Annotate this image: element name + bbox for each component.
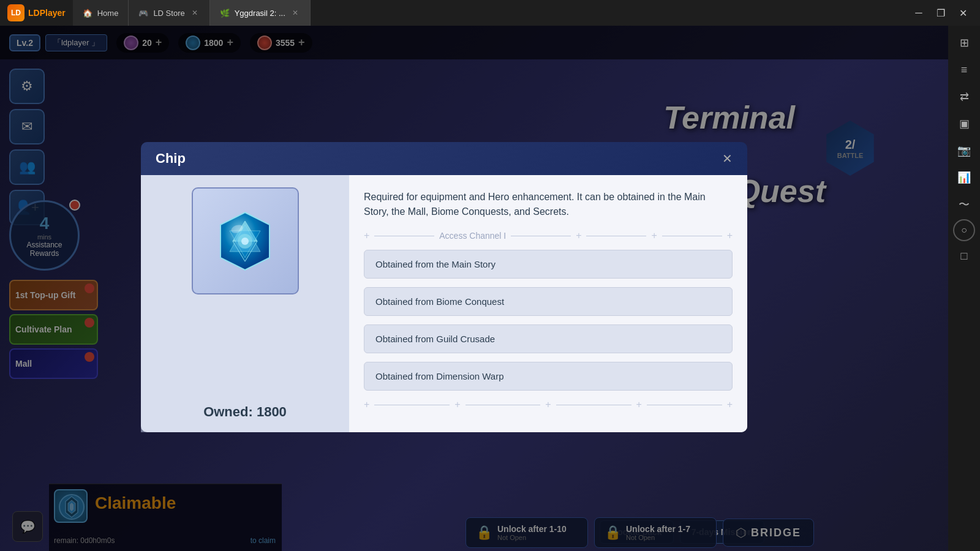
ldstore-tab-label: LD Store xyxy=(153,9,184,18)
chip-body: Owned: 1800 Required for equipment and H… xyxy=(141,175,747,432)
tab-bar: 🏠 Home 🎮 LD Store ✕ 🌿 Yggdrasil 2: ... ✕ xyxy=(73,0,902,26)
source-dimension-warp[interactable]: Obtained from Dimension Warp xyxy=(364,362,733,391)
right-panel: ⊞ ≡ ⇄ ▣ 📷 📊 〜 ○ □ xyxy=(948,26,980,551)
ldstore-tab-close[interactable]: ✕ xyxy=(190,8,200,18)
ac-line-r3 xyxy=(662,236,722,236)
minimize-button[interactable]: ─ xyxy=(909,3,929,23)
logo-icon: LD xyxy=(7,4,24,21)
svg-point-10 xyxy=(241,238,249,245)
ldstore-tab-icon: 🎮 xyxy=(138,9,148,18)
rp-camera-icon[interactable]: 📷 xyxy=(952,138,976,163)
window-controls: ─ ❐ ✕ xyxy=(902,3,980,23)
access-channel-label: Access Channel I xyxy=(439,231,506,241)
game-area: Lv.2 「ldplayer 」 20 + 1800 + 3555 + ⚙ ✉ … xyxy=(0,26,948,551)
source-guild-crusade[interactable]: Obtained from Guild Crusade xyxy=(364,324,733,353)
tab-ldstore[interactable]: 🎮 LD Store ✕ xyxy=(129,0,209,26)
yggdrasil-tab-close[interactable]: ✕ xyxy=(290,8,300,18)
rp-square-icon[interactable]: □ xyxy=(952,244,976,268)
access-channel-row: + Access Channel I + + + xyxy=(364,230,733,241)
titlebar: LD LDPlayer 🏠 Home 🎮 LD Store ✕ 🌿 Yggdra… xyxy=(0,0,980,26)
logo-text: LDPlayer xyxy=(28,8,66,18)
home-tab-label: Home xyxy=(97,9,119,18)
chip-close-button[interactable]: ✕ xyxy=(722,151,733,166)
ac-line-r2 xyxy=(586,236,646,236)
rp-menu-icon[interactable]: ≡ xyxy=(952,58,976,82)
rp-layout-icon[interactable]: ▣ xyxy=(952,111,976,136)
tab-home[interactable]: 🏠 Home xyxy=(73,0,129,26)
chip-right-panel: Required for equipment and Hero enhancem… xyxy=(349,175,747,432)
chip-gem-svg xyxy=(211,208,279,275)
source-main-story[interactable]: Obtained from the Main Story xyxy=(364,250,733,279)
rp-grid-icon[interactable]: ⊞ xyxy=(952,31,976,55)
rp-chart-icon[interactable]: 📊 xyxy=(952,165,976,190)
source-biome-conquest[interactable]: Obtained from Biome Conquest xyxy=(364,287,733,316)
rp-circle-button[interactable]: ○ xyxy=(953,219,975,241)
chip-header: Chip ✕ xyxy=(141,142,747,175)
logo[interactable]: LD LDPlayer xyxy=(0,4,73,21)
chip-owned-label: Owned: 1800 xyxy=(203,404,287,420)
yggdrasil-tab-label: Yggdrasil 2: ... xyxy=(235,9,285,18)
chip-description: Required for equipment and Hero enhancem… xyxy=(364,187,733,222)
chip-left-panel: Owned: 1800 xyxy=(141,175,349,432)
rp-sync-icon[interactable]: ⇄ xyxy=(952,84,976,109)
chip-title: Chip xyxy=(156,151,186,167)
home-tab-icon: 🏠 xyxy=(83,9,92,18)
chip-panel: Chip ✕ xyxy=(141,142,747,432)
ac-line-left xyxy=(374,236,434,236)
ac-line-right xyxy=(511,236,571,236)
chip-image-box xyxy=(192,187,299,294)
bottom-plus-row: + + + + + xyxy=(364,399,733,410)
close-button[interactable]: ✕ xyxy=(953,3,973,23)
yggdrasil-tab-icon: 🌿 xyxy=(220,9,230,18)
tab-yggdrasil[interactable]: 🌿 Yggdrasil 2: ... ✕ xyxy=(210,0,311,26)
restore-button[interactable]: ❐ xyxy=(931,3,951,23)
rp-shake-icon[interactable]: 〜 xyxy=(952,192,976,217)
